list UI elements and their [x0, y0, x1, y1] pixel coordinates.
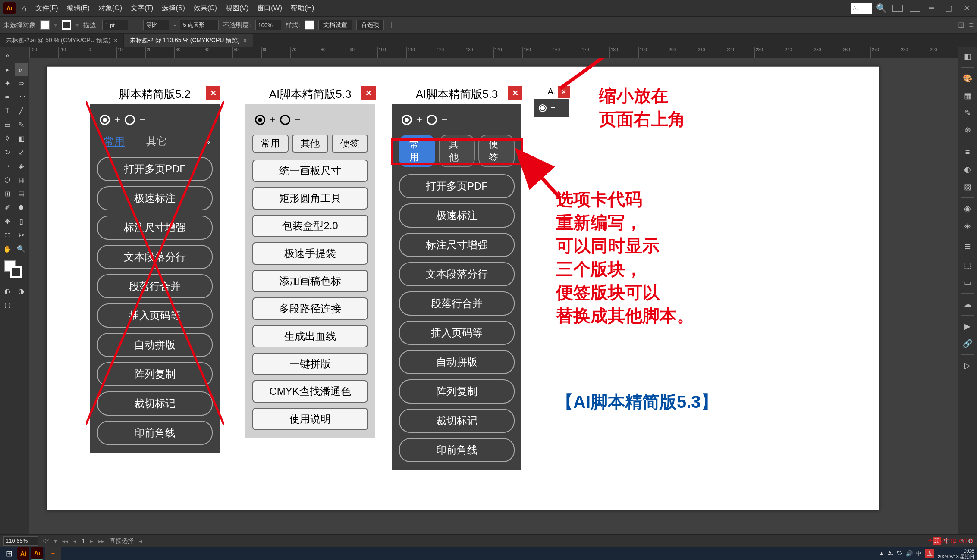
tab-note[interactable]: 便签	[332, 135, 368, 153]
taskbar-clock[interactable]: 9:06 2023/8/13 星期日	[938, 548, 974, 559]
radio-filled-icon[interactable]	[255, 115, 265, 125]
tab-document-2[interactable]: 未标题-2 @ 110.65 % (CMYK/CPU 预览) ×	[124, 34, 253, 47]
zoom-tool[interactable]: 🔍	[15, 242, 28, 255]
radio-filled-icon[interactable]	[539, 104, 547, 112]
align-icon[interactable]: ⊩	[391, 20, 398, 30]
script-button[interactable]: 文本段落分行	[399, 262, 515, 286]
free-transform-tool[interactable]: ◈	[15, 160, 28, 172]
search-icon[interactable]: 🔍	[876, 3, 887, 13]
brush-select[interactable]	[180, 20, 219, 30]
panel-menu-icon[interactable]: ≡	[969, 21, 974, 30]
fill-stroke-swatches[interactable]	[4, 260, 22, 278]
appearance-panel-icon[interactable]: ◉	[960, 201, 975, 216]
width-tool[interactable]: ↔	[1, 160, 14, 172]
layers-panel-icon[interactable]: ≣	[960, 241, 975, 255]
artboard-tool[interactable]: ⬚	[1, 228, 14, 241]
menu-object[interactable]: 对象(O)	[96, 2, 125, 15]
tab-common[interactable]: 常用	[100, 135, 129, 148]
type-tool[interactable]: T	[1, 104, 14, 117]
actions-panel-icon[interactable]: ▶	[960, 319, 975, 334]
script-button[interactable]: 段落行合并	[399, 291, 515, 316]
workspace-icon[interactable]	[892, 5, 903, 12]
script-button[interactable]: 极速标注	[97, 186, 213, 210]
zoom-input[interactable]	[3, 536, 38, 546]
close-button[interactable]: ✕	[508, 86, 522, 100]
selection-tool[interactable]: ▸	[1, 63, 14, 76]
panel-toggle-icon[interactable]: ⊞	[958, 20, 964, 30]
taskbar-app-other[interactable]: ✦	[45, 547, 61, 560]
stroke-swatch[interactable]	[62, 20, 71, 30]
hand-tool[interactable]: ✋	[1, 242, 14, 255]
graph-tool[interactable]: ▯	[15, 215, 28, 228]
menu-select[interactable]: 选择(S)	[159, 2, 187, 15]
tray-volume-icon[interactable]: 🔊	[906, 550, 913, 557]
canvas[interactable]: 脚本精简版5.2 ✕ + − 常用 其它 » 打开多页PDF	[29, 58, 958, 534]
paintbrush-tool[interactable]: ✎	[15, 118, 28, 131]
radio-empty-icon[interactable]	[125, 115, 135, 125]
links-panel-icon[interactable]: 🔗	[960, 336, 975, 351]
script-button[interactable]: 段落行合并	[97, 274, 213, 298]
workspace-icon-2[interactable]	[910, 5, 920, 12]
script-button[interactable]: 统一画板尺寸	[252, 160, 368, 182]
menu-type[interactable]: 文字(T)	[128, 2, 156, 15]
line-tool[interactable]: ╱	[15, 104, 28, 117]
radio-empty-icon[interactable]	[280, 115, 290, 125]
artboards-panel-icon[interactable]: ▭	[960, 275, 975, 290]
chevron-down-icon[interactable]: ▾	[75, 21, 79, 29]
chevron-down-icon[interactable]: ▾	[54, 538, 57, 544]
script-button[interactable]: CMYK查找潘通色	[252, 380, 368, 403]
preferences-button[interactable]: 首选项	[356, 20, 384, 30]
rotate-tool[interactable]: ↻	[1, 146, 14, 159]
swatches-panel-icon[interactable]: ▦	[960, 88, 975, 103]
close-button[interactable]: ✕	[558, 86, 570, 98]
gradient-tool[interactable]: ▤	[15, 187, 28, 200]
tray-lang-icon[interactable]: 五	[925, 549, 934, 558]
shaper-tool[interactable]: ◊	[1, 132, 14, 145]
rectangle-tool[interactable]: ▭	[1, 118, 14, 131]
script-button[interactable]: 印前角线	[399, 438, 515, 462]
tab-common[interactable]: 常用	[252, 135, 289, 153]
color-mode-icon[interactable]: ◐	[1, 285, 14, 297]
script-button[interactable]: 添加画稿色标	[252, 270, 368, 292]
menu-file[interactable]: 文件(F)	[33, 2, 60, 15]
slice-tool[interactable]: ✂	[15, 228, 28, 241]
script-button[interactable]: 打开多页PDF	[399, 174, 515, 198]
radio-filled-icon[interactable]	[402, 115, 412, 125]
window-minimize-icon[interactable]: ━	[929, 3, 934, 13]
script-button[interactable]: 多段路径连接	[252, 297, 368, 320]
graphic-styles-panel-icon[interactable]: ◈	[960, 219, 975, 233]
close-button[interactable]: ✕	[361, 86, 376, 100]
menu-help[interactable]: 帮助(H)	[288, 2, 317, 15]
edit-toolbar-icon[interactable]: ⋯	[1, 312, 14, 325]
mesh-tool[interactable]: ⊞	[1, 187, 14, 200]
transparency-panel-icon[interactable]: ▨	[960, 179, 975, 194]
direct-selection-tool[interactable]: ▹	[15, 63, 28, 76]
eraser-tool[interactable]: ◧	[15, 132, 28, 145]
scroll-left-icon[interactable]: ◂	[139, 538, 142, 544]
menu-edit[interactable]: 编辑(E)	[64, 2, 92, 15]
script-button[interactable]: 裁切标记	[399, 409, 515, 433]
radio-empty-icon[interactable]	[427, 115, 437, 125]
asset-export-panel-icon[interactable]: ⬚	[960, 258, 975, 272]
script-button[interactable]: 阵列复制	[399, 379, 515, 404]
chevron-down-icon[interactable]: ▾	[54, 21, 57, 29]
script-button[interactable]: 标注尺寸增强	[399, 233, 515, 257]
script-button[interactable]: 极速手提袋	[252, 242, 368, 265]
gradient-panel-icon[interactable]: ◐	[960, 162, 975, 177]
symbol-sprayer-tool[interactable]: ❋	[1, 215, 14, 228]
taskbar-app-ai[interactable]: Ai	[17, 547, 29, 560]
close-button[interactable]: ✕	[206, 86, 220, 100]
properties-panel-icon[interactable]: ◧	[960, 49, 975, 64]
menu-view[interactable]: 视图(V)	[223, 2, 251, 15]
tray-ime-icon[interactable]: 中	[916, 550, 922, 557]
script-button[interactable]: 裁切标记	[97, 391, 213, 416]
shape-builder-tool[interactable]: ⬡	[1, 173, 14, 186]
blend-tool[interactable]: ⬮	[15, 201, 28, 214]
tray-shield-icon[interactable]: 🛡	[897, 550, 902, 557]
pen-tool[interactable]: ✒	[1, 91, 14, 103]
tab-other[interactable]: 其它	[142, 135, 171, 148]
rotate-view-icon[interactable]: 0°	[43, 538, 49, 544]
script-button[interactable]: 自动拼版	[97, 333, 213, 357]
magic-wand-tool[interactable]: ✦	[1, 77, 14, 90]
stroke-color[interactable]	[10, 266, 22, 278]
